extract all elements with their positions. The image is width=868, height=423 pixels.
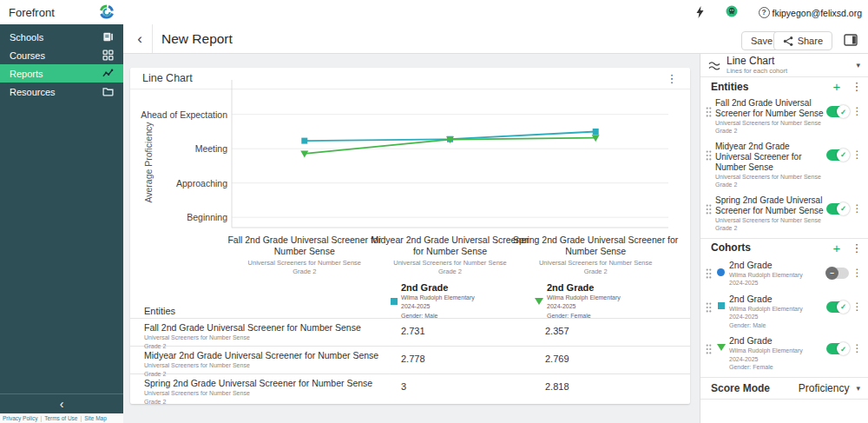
sidebar-item-label: Courses	[10, 50, 102, 61]
score-mode-value[interactable]: Proficiency	[799, 382, 850, 394]
wave-lines-icon	[708, 60, 720, 71]
footer-link-separator: |	[80, 415, 82, 421]
entity-grade: Grade 2	[715, 181, 824, 188]
y-axis-title: Average Proficiency	[143, 115, 154, 210]
square-marker-icon	[391, 298, 398, 305]
cohort-text: 2nd GradeWilma Rudolph Elementary2024-20…	[729, 335, 824, 371]
add-entity-button[interactable]: +	[830, 80, 844, 93]
check-icon: ✓	[837, 105, 850, 118]
cohort-title: 2nd Grade	[729, 294, 824, 305]
sidebar-item-label: Schools	[10, 32, 102, 43]
cohort-item: 2nd GradeWilma Rudolph Elementary2024-20…	[700, 257, 868, 291]
kebab-menu-icon[interactable]: ⋮	[852, 98, 863, 116]
x-category-grade: Grade 2	[511, 268, 680, 276]
row-entity: Spring 2nd Grade Universal Screener for …	[144, 374, 401, 406]
circle-marker-icon	[717, 268, 725, 276]
kebab-menu-icon[interactable]: ⋮	[852, 195, 863, 214]
sidebar-item-schools[interactable]: Schools	[0, 28, 123, 46]
toggle-on[interactable]: ✓	[826, 301, 849, 313]
sidebar-item-courses[interactable]: Courses	[0, 46, 123, 64]
footer-link[interactable]: Terms of Use	[44, 415, 77, 421]
sidebar-nav: SchoolsCoursesReportsResources ‹	[0, 24, 123, 413]
kebab-menu-icon[interactable]: ⋮	[852, 335, 863, 354]
cohort-marker	[715, 294, 727, 309]
results-table: Entities Fall 2nd Grade Universal Screen…	[130, 306, 690, 401]
table-entities-header: Entities	[144, 306, 690, 318]
drag-handle-icon[interactable]	[704, 260, 713, 279]
table-row: Fall 2nd Grade Universal Screener for Nu…	[130, 318, 690, 346]
cohort-gender: Gender: Female	[729, 363, 824, 371]
y-tick-label: Ahead of Expectation	[130, 109, 227, 120]
x-category-subtitle: Universal Screeners for Number Sense	[511, 259, 680, 268]
entity-text: Fall 2nd Grade Universal Screener for Nu…	[715, 98, 824, 135]
kebab-menu-icon[interactable]: ⋮	[851, 81, 863, 92]
folder-icon	[102, 86, 114, 98]
help-icon[interactable]: ?	[758, 6, 770, 18]
cohort-item: 2nd GradeWilma Rudolph Elementary2024-20…	[700, 333, 868, 374]
cohort-title: 2nd Grade	[729, 260, 824, 271]
toggle-off[interactable]: –	[826, 268, 849, 279]
x-category-label: Spring 2nd Grade Universal Screener for …	[511, 235, 680, 276]
entity-grade: Grade 2	[715, 224, 824, 232]
grid-icon	[102, 50, 114, 62]
sidebar-collapse-button[interactable]: ‹	[0, 393, 123, 413]
forefront-logo-icon	[99, 4, 115, 20]
toggle-on[interactable]: ✓	[826, 203, 849, 215]
kebab-menu-icon[interactable]: ⋮	[852, 260, 863, 278]
page-title: New Report	[161, 31, 233, 47]
legend-school: Wilma Rudolph Elementary	[547, 294, 621, 302]
drag-handle-icon[interactable]	[704, 142, 713, 161]
main-content: Line Chart ⋮ Average Proficiency Beginni…	[123, 54, 700, 423]
report-card: Line Chart ⋮ Average Proficiency Beginni…	[130, 68, 690, 404]
row-value: 3	[401, 374, 545, 406]
kebab-menu-icon[interactable]: ⋮	[852, 294, 863, 312]
sidebar-item-resources[interactable]: Resources	[0, 83, 123, 101]
toggle-on[interactable]: ✓	[826, 149, 849, 161]
entities-section-header: Entities + ⋮	[700, 77, 868, 96]
row-entity-grade: Grade 2	[144, 398, 401, 406]
legend-title: 2nd Grade	[401, 281, 475, 294]
footer-link[interactable]: Site Map	[84, 415, 107, 421]
share-icon	[783, 36, 793, 47]
chart-type-selector[interactable]: Line Chart Lines for each cohort ▾	[700, 54, 868, 77]
cohort-gender: Gender: Male	[729, 321, 824, 329]
user-email[interactable]: fkipyegon@felixsd.org	[773, 8, 862, 18]
config-panel: Line Chart Lines for each cohort ▾ Entit…	[700, 54, 868, 423]
share-button[interactable]: Share	[773, 31, 832, 50]
row-entity-title: Spring 2nd Grade Universal Screener for …	[144, 374, 401, 389]
side-panel-toggle-icon[interactable]	[843, 33, 858, 46]
entity-title: Fall 2nd Grade Universal Screener for Nu…	[715, 98, 824, 119]
cohort-title: 2nd Grade	[729, 335, 824, 347]
chevron-down-icon[interactable]: ▾	[856, 384, 860, 393]
cohort-marker	[715, 260, 727, 276]
kebab-menu-icon[interactable]: ⋮	[851, 242, 863, 254]
drag-handle-icon[interactable]	[704, 335, 713, 354]
x-category-subtitle: Universal Screeners for Number Sense	[220, 259, 389, 268]
x-category-title: Fall 2nd Grade Universal Screener for Nu…	[220, 235, 389, 257]
sidebar-item-reports[interactable]: Reports	[0, 64, 123, 83]
cohorts-title: Cohorts	[711, 241, 823, 254]
drag-handle-icon[interactable]	[704, 294, 713, 313]
row-entity-title: Midyear 2nd Grade Universal Screener for…	[144, 347, 401, 361]
sidebar-item-label: Resources	[10, 87, 102, 97]
avatar[interactable]	[726, 5, 738, 17]
drag-handle-icon[interactable]	[704, 195, 713, 215]
check-icon: ✓	[837, 149, 850, 162]
y-tick-label: Approaching	[130, 178, 227, 188]
row-value: 2.818	[545, 374, 690, 406]
kebab-menu-icon[interactable]: ⋮	[852, 142, 863, 160]
entity-item: Fall 2nd Grade Universal Screener for Nu…	[700, 96, 868, 139]
toggle-on[interactable]: ✓	[826, 343, 849, 354]
add-cohort-button[interactable]: +	[830, 241, 844, 254]
chevron-down-icon: ▾	[856, 61, 860, 69]
entity-text: Midyear 2nd Grade Universal Screener for…	[715, 142, 824, 189]
entities-title: Entities	[711, 81, 823, 93]
table-row: Spring 2nd Grade Universal Screener for …	[130, 373, 690, 401]
entity-text: Spring 2nd Grade Universal Screener for …	[715, 195, 824, 233]
toggle-on[interactable]: ✓	[826, 106, 849, 117]
bolt-icon[interactable]	[694, 6, 706, 18]
footer-link[interactable]: Privacy Policy	[3, 415, 37, 421]
back-button[interactable]: ‹	[132, 30, 148, 48]
y-tick-label: Beginning	[130, 212, 227, 222]
drag-handle-icon[interactable]	[704, 98, 713, 117]
